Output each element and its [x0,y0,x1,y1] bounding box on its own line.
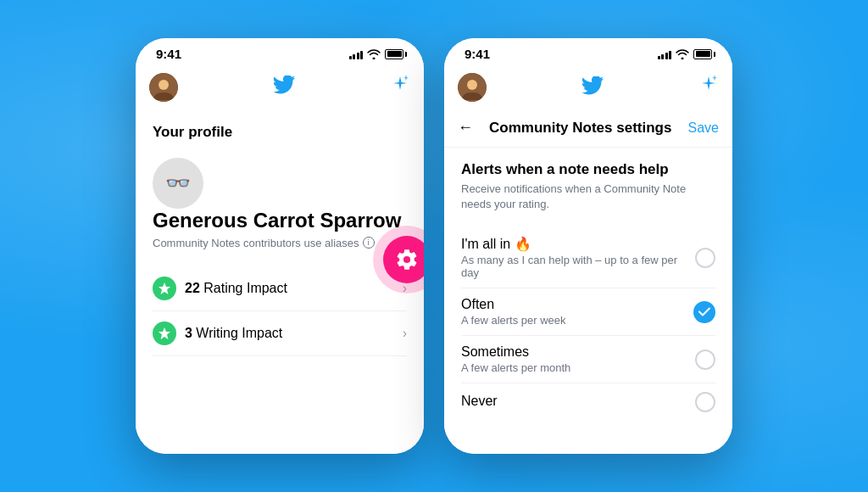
phone-profile: 9:41 [136,38,424,454]
writing-badge [153,321,176,345]
phone-settings: 9:41 [444,38,732,454]
nav-bar-2 [444,66,732,110]
settings-title: Community Notes settings [489,120,671,137]
twitter-logo-1 [273,75,295,99]
status-bar-2: 9:41 [444,38,732,66]
profile-heading: Your profile [153,124,407,141]
twitter-logo-2 [581,76,604,98]
profile-content: Your profile 👓 Generous Carrot Sparrow C… [136,110,424,454]
info-icon: i [363,237,375,249]
settings-body: Alerts when a note needs help Receive no… [444,148,732,434]
signal-icon-2 [658,49,672,59]
battery-icon-1 [385,49,403,59]
svg-point-3 [467,80,477,90]
writing-impact-text: 3 Writing Impact [185,326,282,341]
nav-bar-1 [136,66,424,110]
writing-impact-row[interactable]: 3 Writing Impact › [153,311,407,356]
option-never-label: Never [461,394,695,409]
radio-never[interactable] [695,392,715,412]
option-often[interactable]: Often A few alerts per week [461,288,715,336]
status-time-1: 9:41 [156,47,181,61]
svg-point-1 [159,80,169,90]
status-icons-1 [349,49,404,59]
status-time-2: 9:41 [465,47,490,61]
back-button[interactable]: ← [458,119,473,137]
save-button[interactable]: Save [688,120,719,136]
avatar-2 [458,73,487,102]
battery-icon-2 [693,49,712,59]
status-bar-1: 9:41 [136,38,424,66]
option-sometimes[interactable]: Sometimes A few alerts per month [461,336,715,383]
alerts-heading: Alerts when a note needs help [461,161,715,178]
phones-container: 9:41 [136,38,732,454]
settings-content: ← Community Notes settings Save Alerts w… [444,110,732,454]
settings-nav-bar: ← Community Notes settings Save [444,110,732,148]
profile-avatar-circle: 👓 [153,158,203,209]
sparkle-icon-1[interactable] [390,75,410,100]
option-all-in[interactable]: I'm all in 🔥 As many as I can help with … [461,227,715,288]
radio-allin[interactable] [695,248,715,268]
wifi-icon-1 [367,49,381,59]
option-sometimes-desc: A few alerts per month [461,361,695,374]
rating-impact-row[interactable]: 22 Rating Impact › [153,266,407,311]
option-never[interactable]: Never [461,383,715,421]
option-sometimes-label: Sometimes [461,344,695,360]
sparkle-icon-2[interactable] [698,75,719,100]
signal-icon-1 [349,49,364,59]
rating-impact-text: 22 Rating Impact [185,281,287,296]
wifi-icon-2 [676,49,689,59]
option-allin-label: I'm all in 🔥 [461,236,695,252]
writing-chevron: › [403,326,407,341]
radio-often-selected[interactable] [693,301,715,323]
profile-name: Generous Carrot Sparrow [153,209,407,233]
option-allin-desc: As many as I can help with – up to a few… [461,254,695,279]
profile-alias: Community Notes contributors use aliases… [153,237,407,249]
option-often-desc: A few alerts per week [461,314,693,327]
radio-sometimes[interactable] [695,349,715,370]
gear-button[interactable] [383,236,424,283]
rating-badge [153,277,176,300]
alerts-subtext: Receive notifications when a Community N… [461,182,715,212]
status-icons-2 [658,49,713,59]
avatar-1 [149,73,178,102]
option-often-label: Often [461,297,693,312]
